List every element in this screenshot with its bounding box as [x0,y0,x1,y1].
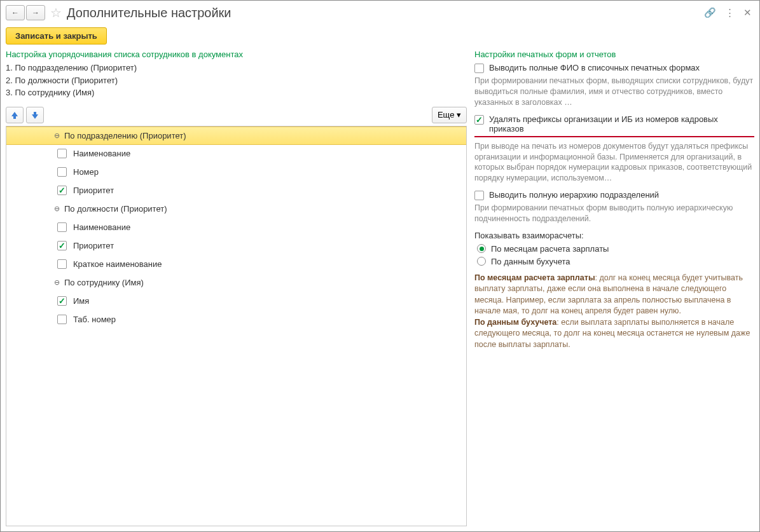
tree-item-label: Краткое наименование [73,259,162,269]
nav-forward-button[interactable]: → [26,5,45,20]
nav-back-button[interactable]: ← [6,5,25,20]
more-button[interactable]: Еще ▾ [432,107,467,123]
sort-tree[interactable]: По подразделению (Приоритет) Наименовани… [6,126,467,527]
tree-item[interactable]: Номер [6,163,466,182]
explanation-bold: По данным бухучета [474,318,556,327]
order-item: 1. По подразделению (Приоритет) [6,62,467,74]
radio-group-title: Показывать взаиморасчеты: [474,231,754,240]
tree-item-label: Имя [73,296,89,306]
collapse-icon[interactable] [53,205,60,213]
order-list: 1. По подразделению (Приоритет) 2. По до… [6,62,467,99]
collapse-icon[interactable] [53,132,60,139]
tree-item-label: Наименование [73,222,130,232]
tree-item[interactable]: Приоритет [6,237,466,256]
move-down-button[interactable] [26,107,44,123]
checkbox[interactable] [57,241,67,250]
option-label: Удалять префиксы организации и ИБ из ном… [489,114,754,133]
right-section-title: Настройки печатных форм и отчетов [474,50,754,59]
tree-item-label: Таб. номер [73,315,116,324]
tree-group[interactable]: По должности (Приоритет) [6,200,466,219]
order-item: 2. По должности (Приоритет) [6,74,467,87]
checkbox[interactable] [57,149,67,158]
checkbox[interactable] [57,222,67,232]
save-and-close-button[interactable]: Записать и закрыть [6,27,107,44]
radio-by-accounting[interactable]: По данным бухучета [477,257,754,266]
tree-item[interactable]: Наименование [6,219,466,237]
checkbox[interactable] [57,296,67,306]
tree-item-label: Приоритет [73,186,114,195]
tree-item[interactable]: Краткое наименование [6,256,466,274]
radio-button[interactable] [477,244,486,253]
checkbox[interactable] [474,115,484,125]
checkbox[interactable] [57,259,67,269]
tree-item-label: Номер [73,167,99,177]
option-full-hierarchy[interactable]: Выводить полную иерархию подразделений [474,190,754,200]
titlebar: ← → ☆ Дополнительные настройки 🔗 ⋮ ✕ [1,1,759,25]
tree-item[interactable]: Имя [6,292,466,311]
checkbox[interactable] [57,167,67,177]
toolbar: Записать и закрыть [1,25,759,50]
left-section-title: Настройка упорядочивания списка сотрудни… [6,50,467,59]
tree-item[interactable]: Приоритет [6,182,466,200]
option-description: При формировании печатных форм выводить … [474,203,754,224]
page-title: Дополнительные настройки [67,6,704,20]
option-description: При формировании печатных форм, выводящи… [474,76,754,108]
favorite-star-icon[interactable]: ☆ [50,5,62,20]
close-icon[interactable]: ✕ [743,7,752,18]
option-full-fio[interactable]: Выводить полные ФИО в списочных печатных… [474,63,754,73]
checkbox[interactable] [57,315,67,324]
tree-item[interactable]: Таб. номер [6,311,466,329]
tree-group-label: По подразделению (Приоритет) [64,131,186,140]
tree-group[interactable]: По подразделению (Приоритет) [6,126,466,145]
radio-button[interactable] [477,257,486,266]
checkbox[interactable] [57,186,67,195]
order-item: 3. По сотруднику (Имя) [6,86,467,99]
radio-label: По данным бухучета [491,257,570,266]
option-label: Выводить полные ФИО в списочных печатных… [489,63,700,72]
tree-item-label: Приоритет [73,241,114,250]
link-icon[interactable]: 🔗 [704,7,716,18]
kebab-menu-icon[interactable]: ⋮ [725,7,735,18]
tree-group-label: По должности (Приоритет) [64,204,167,214]
checkbox[interactable] [474,64,484,73]
checkbox[interactable] [474,191,484,200]
tree-item[interactable]: Наименование [6,145,466,163]
move-up-button[interactable] [6,107,24,123]
option-label: Выводить полную иерархию подразделений [489,190,659,200]
option-remove-prefixes[interactable]: Удалять префиксы организации и ИБ из ном… [474,114,754,137]
explanation-block: По месяцам расчета зарплаты: долг на кон… [474,273,754,351]
tree-group-label: По сотруднику (Имя) [64,278,144,287]
collapse-icon[interactable] [53,279,60,287]
tree-group[interactable]: По сотруднику (Имя) [6,274,466,292]
radio-label: По месяцам расчета зарплаты [491,244,609,254]
radio-group-settlements: По месяцам расчета зарплаты По данным бу… [477,244,754,266]
tree-item-label: Наименование [73,149,130,158]
option-description: При выводе на печать из номеров документ… [474,141,754,184]
explanation-bold: По месяцам расчета зарплаты [474,273,595,282]
radio-by-salary-months[interactable]: По месяцам расчета зарплаты [477,244,754,254]
